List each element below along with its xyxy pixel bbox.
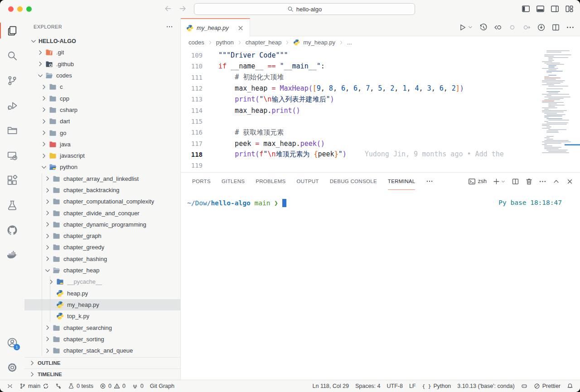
tree-row[interactable]: c [24,81,180,92]
toggle-panel-button[interactable] [536,5,545,13]
tab-my-heap[interactable]: my_heap.py [181,18,250,37]
previous-change-button[interactable] [508,23,517,32]
status-item-copilot[interactable] [518,380,531,392]
history-forward-button[interactable] [179,5,187,13]
tree-row[interactable]: go [24,127,180,138]
new-terminal-button[interactable] [493,178,506,185]
minimap[interactable] [542,50,576,154]
status-item-notifications[interactable] [564,380,576,392]
status-item-cursor-position[interactable]: Ln 118, Col 29 [309,380,352,392]
breadcrumb-item[interactable]: ... [347,39,352,46]
status-item-eol[interactable]: LF [406,380,419,392]
activity-item-source-control[interactable] [0,68,24,93]
run-python-file-button[interactable] [458,23,473,32]
status-item-remote[interactable] [4,380,16,392]
tree-row[interactable]: java [24,139,180,150]
status-item-indentation[interactable]: Spaces: 4 [352,380,384,392]
activity-item-folder-explorer[interactable] [0,118,24,143]
close-tab-icon[interactable] [237,24,244,32]
tree-row[interactable]: chapter_hashing [24,253,180,265]
status-item-broadcast[interactable]: 0 [129,380,147,392]
customize-layout-button[interactable] [565,5,574,13]
toggle-secondary-sidebar-button[interactable] [551,5,559,13]
status-item-problems[interactable]: 00 [97,380,129,392]
panel-tab-problems[interactable]: PROBLEMS [256,173,285,190]
history-back-button[interactable] [164,5,172,13]
code-editor[interactable]: 109"""Driver Code"""110if __name__ == "_… [181,48,580,172]
status-item-python-interpreter[interactable]: 3.10.13 ('base': conda) [454,380,517,392]
tree-row[interactable]: chapter_sorting [24,334,180,345]
activity-item-accounts[interactable]: 1 [0,330,24,355]
breadcrumb-item[interactable]: codes [188,39,204,46]
tree-row[interactable]: chapter_divide_and_conquer [24,207,180,218]
activity-item-explorer[interactable] [0,18,24,43]
tree-row[interactable]: my_heap.py [24,299,180,310]
tree-row[interactable]: python [24,161,180,173]
status-item-gitlens-compare[interactable] [52,380,65,392]
status-item-branch[interactable]: main [16,380,52,392]
terminal-shell-picker[interactable]: zsh [468,178,487,185]
tree-row[interactable]: javascript [24,150,180,161]
tree-row[interactable]: cpp [24,92,180,104]
tree-row[interactable]: heap.py [24,288,180,299]
kill-terminal-button[interactable] [525,178,533,185]
activity-item-testing[interactable] [0,193,24,218]
activity-item-extensions[interactable] [0,168,24,193]
status-item-language-mode[interactable]: { }Python [419,380,454,392]
toggle-sidebar-button[interactable] [522,5,530,13]
status-item-git-graph[interactable]: Git Graph [147,380,178,392]
split-editor-button[interactable] [551,23,560,32]
commit-graph-button[interactable] [537,23,546,32]
tree-row[interactable]: chapter_searching [24,322,180,333]
activity-item-github[interactable] [0,218,24,242]
status-item-encoding[interactable]: UTF-8 [384,380,406,392]
next-change-button[interactable] [522,23,531,32]
editor-more-actions-button[interactable] [566,23,575,32]
status-item-tests[interactable]: 0 tests [65,380,97,392]
activity-item-docker[interactable] [0,242,24,267]
minimize-window-button[interactable] [17,6,23,12]
split-terminal-button[interactable] [512,178,519,185]
tree-row[interactable]: chapter_backtracking [24,184,180,196]
explorer-more-actions-button[interactable] [166,23,173,30]
tree-row[interactable]: __pycache__ [24,276,180,287]
panel-views-more-button[interactable] [539,178,546,185]
tree-row[interactable]: codes [24,70,180,81]
command-center-search[interactable]: hello-algo [194,3,415,15]
panel-more-tabs-button[interactable] [426,178,433,185]
tree-row[interactable]: chapter_dynamic_programming [24,219,180,230]
sidebar-section-timeline[interactable]: TIMELINE [24,368,180,380]
tree-row[interactable]: chapter_computational_complexity [24,196,180,207]
tree-row[interactable]: .github [24,58,180,70]
timeline-history-button[interactable] [479,23,488,32]
close-window-button[interactable] [8,6,14,12]
close-panel-button[interactable] [566,178,574,185]
gitlens-compare-button[interactable] [493,23,502,32]
tree-row[interactable]: dart [24,116,180,127]
maximize-panel-button[interactable] [552,178,560,185]
panel-tab-terminal[interactable]: TERMINAL [388,173,416,190]
tree-row[interactable]: chapter_greedy [24,242,180,253]
breadcrumb-item[interactable]: python [216,39,234,46]
tree-row[interactable]: chapter_graph [24,230,180,242]
tree-row[interactable]: csharp [24,104,180,116]
activity-item-search[interactable] [0,43,24,68]
panel-tab-gitlens[interactable]: GITLENS [222,173,245,190]
zoom-window-button[interactable] [26,6,32,12]
terminal-area[interactable]: ~/Dow/hello-algo main ❯ Py base 18:18:47 [181,190,580,380]
tree-row[interactable]: chapter_array_and_linkedlist [24,173,180,184]
activity-item-settings[interactable] [0,355,24,380]
tree-row[interactable]: .git [24,47,180,58]
sidebar-section-outline[interactable]: OUTLINE [24,357,180,368]
tree-row[interactable]: chapter_heap [24,265,180,276]
tree-root-row[interactable]: HELLO-ALGO [24,35,180,47]
activity-item-run-debug[interactable] [0,93,24,118]
panel-tab-debug-console[interactable]: DEBUG CONSOLE [330,173,377,190]
status-item-prettier[interactable]: Prettier [531,380,564,392]
breadcrumb-item[interactable]: my_heap.py [303,39,335,46]
activity-item-remote-explorer[interactable] [0,143,24,168]
panel-tab-ports[interactable]: PORTS [192,173,211,190]
tree-row[interactable]: chapter_stack_and_queue [24,345,180,356]
tree-row[interactable]: top_k.py [24,310,180,322]
breadcrumb-item[interactable]: chapter_heap [246,39,282,46]
